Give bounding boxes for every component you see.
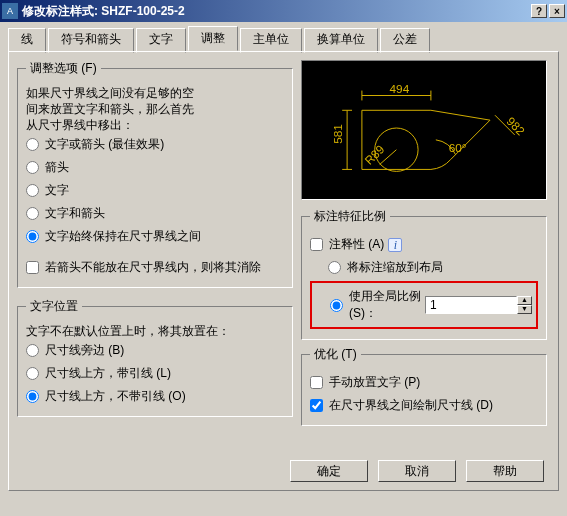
scale-layout-label: 将标注缩放到布局 <box>347 259 443 276</box>
svg-text:494: 494 <box>390 82 410 96</box>
manual-place-label: 手动放置文字 (P) <box>329 374 420 391</box>
tp-noleader[interactable] <box>26 390 39 403</box>
tp-noleader-label: 尺寸线上方，不带引线 (O) <box>45 388 186 405</box>
fit-opt-text-label: 文字 <box>45 182 69 199</box>
spin-up[interactable]: ▲ <box>517 296 532 305</box>
tp-leader-label: 尺寸线上方，带引线 (L) <box>45 365 171 382</box>
fit-intro: 如果尺寸界线之间没有足够的空 间来放置文字和箭头，那么首先 从尺寸界线中移出： <box>26 85 284 133</box>
help-button-footer[interactable]: 帮助 <box>466 460 544 482</box>
annotative-check[interactable] <box>310 238 323 251</box>
tp-beside[interactable] <box>26 344 39 357</box>
svg-text:581: 581 <box>331 124 345 144</box>
suppress-arrows-check[interactable] <box>26 261 39 274</box>
fit-opt-arrows-label: 箭头 <box>45 159 69 176</box>
tab-symbols[interactable]: 符号和箭头 <box>48 28 134 53</box>
close-button[interactable]: × <box>549 4 565 18</box>
help-button[interactable]: ? <box>531 4 547 18</box>
fine-tune-legend: 优化 (T) <box>310 346 361 363</box>
fit-opt-keep[interactable] <box>26 230 39 243</box>
fit-opt-arrows[interactable] <box>26 161 39 174</box>
tp-beside-label: 尺寸线旁边 (B) <box>45 342 124 359</box>
svg-text:60°: 60° <box>449 141 467 155</box>
text-placement-intro: 文字不在默认位置上时，将其放置在： <box>26 323 284 339</box>
svg-text:982: 982 <box>504 114 528 138</box>
suppress-arrows-label: 若箭头不能放在尺寸界线内，则将其消除 <box>45 259 261 276</box>
window-title: 修改标注样式: SHZF-100-25-2 <box>22 3 531 20</box>
tab-lines[interactable]: 线 <box>8 28 46 53</box>
fit-opt-both[interactable] <box>26 207 39 220</box>
text-placement-legend: 文字位置 <box>26 298 82 315</box>
preview-pane: 494 581 R89 60° 982 <box>301 60 547 200</box>
global-scale-highlight: 使用全局比例 (S)： ▲ ▼ <box>310 281 538 329</box>
feature-scale-group: 标注特征比例 注释性 (A) i 将标注缩放到布局 使用全局比例 (S)： <box>301 208 547 340</box>
tab-tol[interactable]: 公差 <box>380 28 430 53</box>
fit-opt-either-label: 文字或箭头 (最佳效果) <box>45 136 164 153</box>
spin-down[interactable]: ▼ <box>517 305 532 314</box>
draw-dim-label: 在尺寸界线之间绘制尺寸线 (D) <box>329 397 493 414</box>
tab-primary[interactable]: 主单位 <box>240 28 302 53</box>
tab-fit[interactable]: 调整 <box>188 26 238 51</box>
feature-scale-legend: 标注特征比例 <box>310 208 390 225</box>
fit-opt-either[interactable] <box>26 138 39 151</box>
cancel-button[interactable]: 取消 <box>378 460 456 482</box>
fit-opt-keep-label: 文字始终保持在尺寸界线之间 <box>45 228 201 245</box>
fine-tune-group: 优化 (T) 手动放置文字 (P) 在尺寸界线之间绘制尺寸线 (D) <box>301 346 547 426</box>
fit-options-legend: 调整选项 (F) <box>26 60 101 77</box>
manual-place-check[interactable] <box>310 376 323 389</box>
draw-dim-check[interactable] <box>310 399 323 412</box>
tp-leader[interactable] <box>26 367 39 380</box>
fit-opt-both-label: 文字和箭头 <box>45 205 105 222</box>
fit-options-group: 调整选项 (F) 如果尺寸界线之间没有足够的空 间来放置文字和箭头，那么首先 从… <box>17 60 293 288</box>
fit-opt-text[interactable] <box>26 184 39 197</box>
app-icon: A <box>2 3 18 19</box>
tab-strip: 线 符号和箭头 文字 调整 主单位 换算单位 公差 <box>8 26 559 51</box>
tab-alt[interactable]: 换算单位 <box>304 28 378 53</box>
scale-global[interactable] <box>330 299 343 312</box>
scale-layout[interactable] <box>328 261 341 274</box>
global-scale-input[interactable] <box>425 296 517 314</box>
scale-global-label: 使用全局比例 (S)： <box>349 288 425 322</box>
tab-text[interactable]: 文字 <box>136 28 186 53</box>
ok-button[interactable]: 确定 <box>290 460 368 482</box>
info-icon[interactable]: i <box>388 238 402 252</box>
text-placement-group: 文字位置 文字不在默认位置上时，将其放置在： 尺寸线旁边 (B) 尺寸线上方，带… <box>17 298 293 417</box>
annotative-label: 注释性 (A) <box>329 236 384 253</box>
